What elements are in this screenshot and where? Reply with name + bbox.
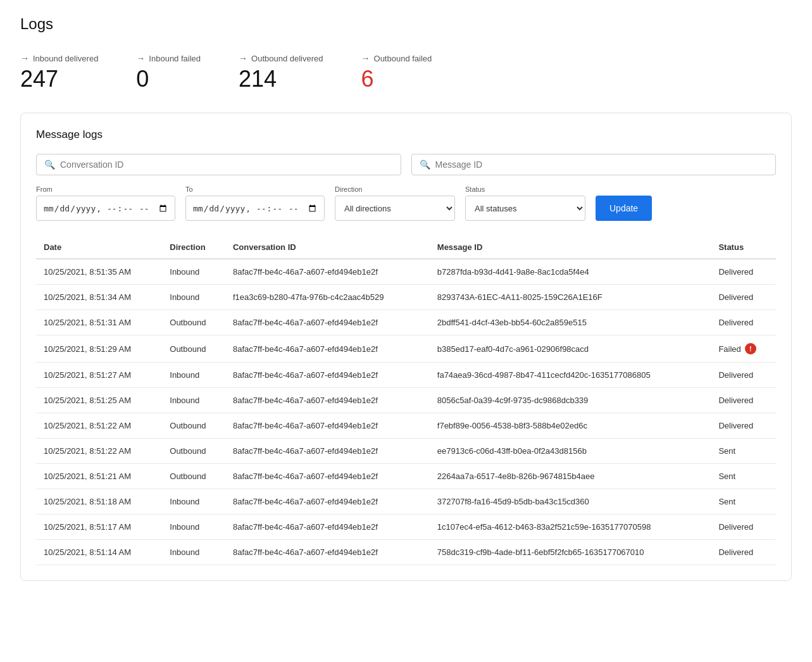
stat-label-outbound-delivered: → Outbound delivered: [239, 53, 323, 63]
table-row[interactable]: 10/25/2021, 8:51:31 AMOutbound8afac7ff-b…: [36, 310, 776, 335]
stat-value-inbound-delivered: 247: [20, 66, 98, 92]
cell-direction: Outbound: [162, 439, 225, 464]
search-icon-conversation: 🔍: [44, 159, 55, 170]
table-header-row: DateDirectionConversation IDMessage IDSt…: [36, 236, 776, 259]
conversation-search-box: 🔍: [36, 154, 401, 175]
table-row[interactable]: 10/25/2021, 8:51:35 AMInbound8afac7ff-be…: [36, 259, 776, 285]
cell-status: Delivered: [711, 310, 776, 335]
cell-conversation-id: 8afac7ff-be4c-46a7-a607-efd494eb1e2f: [225, 515, 430, 540]
page-title: Logs: [20, 15, 792, 33]
stat-label-outbound-failed: → Outbound failed: [361, 53, 432, 63]
cell-conversation-id: 8afac7ff-be4c-46a7-a607-efd494eb1e2f: [225, 540, 430, 565]
logs-table: DateDirectionConversation IDMessage IDSt…: [36, 236, 776, 565]
stat-label-text-inbound-failed: Inbound failed: [149, 54, 201, 63]
cell-conversation-id: 8afac7ff-be4c-46a7-a607-efd494eb1e2f: [225, 464, 430, 489]
cell-date: 10/25/2021, 8:51:25 AM: [36, 388, 162, 413]
from-label: From: [36, 185, 175, 193]
cell-conversation-id: 8afac7ff-be4c-46a7-a607-efd494eb1e2f: [225, 439, 430, 464]
cell-status: Delivered: [711, 285, 776, 310]
message-id-input[interactable]: [435, 159, 768, 170]
stat-inbound-delivered: → Inbound delivered 247: [20, 53, 98, 92]
message-search-box: 🔍: [411, 154, 777, 175]
stat-value-outbound-failed: 6: [361, 66, 432, 92]
search-icon-message: 🔍: [420, 159, 430, 170]
cell-message-id: fa74aea9-36cd-4987-8b47-411cecfd420c-163…: [430, 363, 711, 388]
cell-message-id: 2bdff541-d4cf-43eb-bb54-60c2a859e515: [430, 310, 711, 335]
cell-date: 10/25/2021, 8:51:14 AM: [36, 540, 162, 565]
table-row[interactable]: 10/25/2021, 8:51:29 AMOutbound8afac7ff-b…: [36, 335, 776, 363]
search-row: 🔍 🔍: [36, 154, 776, 175]
cell-status: Sent: [711, 439, 776, 464]
cell-status: Delivered: [711, 259, 776, 285]
table-row[interactable]: 10/25/2021, 8:51:22 AMOutbound8afac7ff-b…: [36, 413, 776, 439]
update-button[interactable]: Update: [596, 196, 652, 221]
cell-conversation-id: f1ea3c69-b280-47fa-976b-c4c2aac4b529: [225, 285, 430, 310]
table-row[interactable]: 10/25/2021, 8:51:34 AMInboundf1ea3c69-b2…: [36, 285, 776, 310]
stat-label-inbound-failed: → Inbound failed: [136, 53, 201, 63]
table-row[interactable]: 10/25/2021, 8:51:17 AMInbound8afac7ff-be…: [36, 515, 776, 540]
cell-direction: Inbound: [162, 489, 225, 515]
cell-date: 10/25/2021, 8:51:29 AM: [36, 335, 162, 363]
th-direction: Direction: [162, 236, 225, 259]
cell-message-id: f7ebf89e-0056-4538-b8f3-588b4e02ed6c: [430, 413, 711, 439]
cell-message-id: 2264aa7a-6517-4e8b-826b-9674815b4aee: [430, 464, 711, 489]
stat-outbound-failed: → Outbound failed 6: [361, 53, 432, 92]
table-row[interactable]: 10/25/2021, 8:51:21 AMOutbound8afac7ff-b…: [36, 464, 776, 489]
cell-message-id: b7287fda-b93d-4d41-9a8e-8ac1cda5f4e4: [430, 259, 711, 285]
table-row[interactable]: 10/25/2021, 8:51:18 AMInbound8afac7ff-be…: [36, 489, 776, 515]
conversation-id-input[interactable]: [60, 159, 393, 170]
cell-direction: Inbound: [162, 540, 225, 565]
cell-message-id: b385ed17-eaf0-4d7c-a961-02906f98cacd: [430, 335, 711, 363]
stat-label-text-outbound-delivered: Outbound delivered: [251, 54, 323, 63]
th-date: Date: [36, 236, 162, 259]
to-label: To: [185, 185, 325, 193]
cell-direction: Outbound: [162, 413, 225, 439]
direction-filter-group: Direction All directions Inbound Outboun…: [335, 185, 455, 221]
message-logs-panel: Message logs 🔍 🔍 From To Direction: [20, 113, 792, 581]
status-text: Failed: [718, 344, 740, 354]
stat-icon-inbound-delivered: →: [20, 53, 29, 63]
cell-date: 10/25/2021, 8:51:35 AM: [36, 259, 162, 285]
from-date-input[interactable]: [36, 196, 175, 221]
stat-label-inbound-delivered: → Inbound delivered: [20, 53, 98, 63]
cell-direction: Outbound: [162, 335, 225, 363]
cell-direction: Inbound: [162, 363, 225, 388]
panel-title: Message logs: [36, 128, 776, 141]
stat-value-outbound-delivered: 214: [239, 66, 323, 92]
table-body: 10/25/2021, 8:51:35 AMInbound8afac7ff-be…: [36, 259, 776, 565]
to-filter-group: To: [185, 185, 325, 221]
table-row[interactable]: 10/25/2021, 8:51:27 AMInbound8afac7ff-be…: [36, 363, 776, 388]
status-label: Status: [465, 185, 585, 193]
cell-date: 10/25/2021, 8:51:18 AM: [36, 489, 162, 515]
cell-conversation-id: 8afac7ff-be4c-46a7-a607-efd494eb1e2f: [225, 335, 430, 363]
cell-status: Delivered: [711, 388, 776, 413]
stat-label-text-inbound-delivered: Inbound delivered: [33, 54, 98, 63]
status-select[interactable]: All statuses Delivered Failed Sent: [465, 196, 585, 221]
table-row[interactable]: 10/25/2021, 8:51:22 AMOutbound8afac7ff-b…: [36, 439, 776, 464]
cell-message-id: 372707f8-fa16-45d9-b5db-ba43c15cd360: [430, 489, 711, 515]
cell-conversation-id: 8afac7ff-be4c-46a7-a607-efd494eb1e2f: [225, 388, 430, 413]
cell-direction: Outbound: [162, 464, 225, 489]
to-date-input[interactable]: [185, 196, 325, 221]
cell-message-id: 758dc319-cf9b-4ade-bf11-6ebf5f2fcb65-163…: [430, 540, 711, 565]
status-failed: Failed !: [718, 343, 768, 354]
stat-icon-inbound-failed: →: [136, 53, 145, 63]
cell-date: 10/25/2021, 8:51:21 AM: [36, 464, 162, 489]
stat-value-inbound-failed: 0: [136, 66, 201, 92]
th-message-id: Message ID: [430, 236, 711, 259]
direction-select[interactable]: All directions Inbound Outbound: [335, 196, 455, 221]
cell-status: Delivered: [711, 515, 776, 540]
cell-status: Delivered: [711, 363, 776, 388]
cell-conversation-id: 8afac7ff-be4c-46a7-a607-efd494eb1e2f: [225, 310, 430, 335]
table-row[interactable]: 10/25/2021, 8:51:14 AMInbound8afac7ff-be…: [36, 540, 776, 565]
cell-message-id: 1c107ec4-ef5a-4612-b463-83a2f521c59e-163…: [430, 515, 711, 540]
cell-status: Failed !: [711, 335, 776, 363]
stat-outbound-delivered: → Outbound delivered 214: [239, 53, 323, 92]
table-row[interactable]: 10/25/2021, 8:51:25 AMInbound8afac7ff-be…: [36, 388, 776, 413]
failed-icon: !: [745, 343, 756, 354]
cell-date: 10/25/2021, 8:51:22 AM: [36, 413, 162, 439]
table-header: DateDirectionConversation IDMessage IDSt…: [36, 236, 776, 259]
cell-conversation-id: 8afac7ff-be4c-46a7-a607-efd494eb1e2f: [225, 363, 430, 388]
cell-date: 10/25/2021, 8:51:27 AM: [36, 363, 162, 388]
from-filter-group: From: [36, 185, 175, 221]
